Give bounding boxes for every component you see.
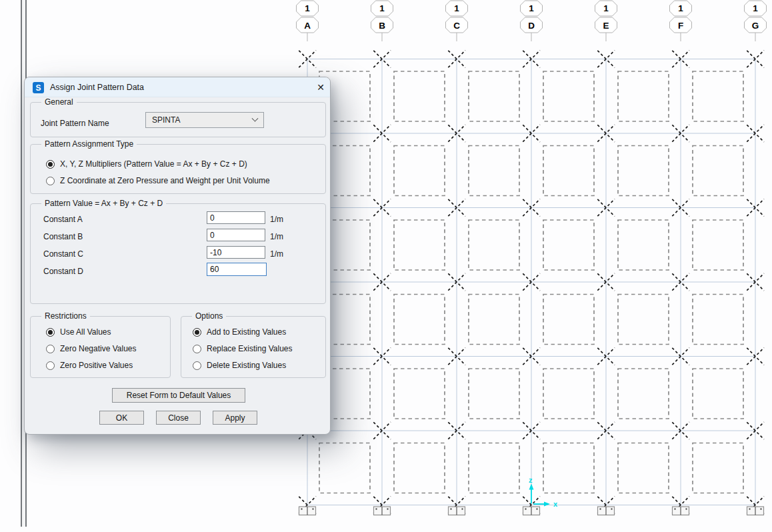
z-axis-label: z <box>529 476 533 484</box>
opening-outline <box>618 146 669 196</box>
constant-c-unit: 1/m <box>270 249 283 259</box>
opening-outline <box>394 220 445 270</box>
opening-outline <box>394 295 445 345</box>
opening-outline <box>618 71 669 121</box>
column-bubble-label: G <box>752 21 759 31</box>
column-bubble-label: B <box>379 21 385 31</box>
level-bubble-label: 1 <box>305 3 310 13</box>
apply-button[interactable]: Apply <box>213 411 257 425</box>
column-bubble-label: F <box>678 21 683 31</box>
level-bubble-label: 1 <box>603 3 609 13</box>
constant-b-input[interactable] <box>207 229 265 241</box>
opening-outline <box>543 71 594 121</box>
opening-outline <box>618 220 669 270</box>
opening-outline <box>543 369 594 419</box>
constant-c-input[interactable] <box>207 246 265 259</box>
radio-add-to-existing[interactable]: Add to Existing Values <box>193 327 286 337</box>
opening-outline <box>693 369 743 419</box>
level-bubble-label: 1 <box>529 3 534 13</box>
support-dot <box>675 509 676 510</box>
constant-b-label: Constant B <box>43 232 83 241</box>
z-axis-arrow <box>529 484 534 490</box>
application-window: 1A1B1C1D1E1F1Gzx S Assign Joint Pattern … <box>0 0 772 532</box>
support-dot <box>537 509 538 510</box>
radio-label: Z Coordinate at Zero Pressure and Weight… <box>60 176 270 185</box>
constant-a-label: Constant A <box>43 215 83 224</box>
ok-button[interactable]: OK <box>99 411 144 425</box>
radio-replace-existing[interactable]: Replace Existing Values <box>193 343 293 354</box>
radio-use-all-values[interactable]: Use All Values <box>46 327 111 337</box>
close-button[interactable]: Close <box>156 411 201 425</box>
opening-outline <box>469 295 519 345</box>
chevron-down-icon <box>252 115 259 121</box>
sap2000-app-icon: S <box>33 82 44 93</box>
reset-form-button[interactable]: Reset Form to Default Values <box>112 388 245 403</box>
close-icon[interactable]: ✕ <box>313 81 328 94</box>
radio-label: Add to Existing Values <box>207 327 286 337</box>
opening-outline <box>319 443 370 493</box>
column-bubble-label: E <box>603 21 609 31</box>
support-dot <box>301 509 303 510</box>
column-bubble-label: D <box>528 21 535 31</box>
support-dot <box>686 509 687 510</box>
opening-outline <box>394 369 445 419</box>
assign-joint-pattern-dialog: S Assign Joint Pattern Data ✕ General Jo… <box>24 77 331 435</box>
opening-outline <box>469 369 519 419</box>
joint-pattern-name-value: SPINTA <box>152 115 180 125</box>
general-group-label: General <box>41 97 77 107</box>
radio-icon[interactable] <box>46 160 55 169</box>
opening-outline <box>469 443 519 493</box>
opening-outline <box>543 295 594 345</box>
constant-b-unit: 1/m <box>270 232 283 241</box>
level-bubble-label: 1 <box>379 3 385 13</box>
constant-d-label: Constant D <box>43 267 83 276</box>
constant-d-input[interactable] <box>207 263 267 276</box>
constant-a-input[interactable] <box>207 211 265 224</box>
radio-label: Zero Positive Values <box>60 361 133 370</box>
x-axis-arrow <box>544 502 550 507</box>
radio-xyz-multipliers[interactable]: X, Y, Z Multipliers (Pattern Value = Ax … <box>46 159 247 169</box>
support-dot <box>387 509 389 510</box>
joint-pattern-name-select[interactable]: SPINTA <box>145 112 264 128</box>
radio-zero-positive-values[interactable]: Zero Positive Values <box>46 360 133 371</box>
support-dot <box>313 509 314 510</box>
x-axis-label: x <box>553 500 558 508</box>
radio-icon[interactable] <box>46 345 55 353</box>
radio-icon[interactable] <box>193 345 201 353</box>
radio-zero-negative-values[interactable]: Zero Negative Values <box>46 343 137 354</box>
support-dot <box>376 509 377 510</box>
support-dot <box>749 509 751 510</box>
opening-outline <box>693 71 743 121</box>
radio-icon[interactable] <box>193 361 201 370</box>
opening-outline <box>618 369 669 419</box>
support-dot <box>462 509 463 510</box>
opening-outline <box>543 220 594 270</box>
radio-icon[interactable] <box>193 328 201 337</box>
radio-delete-existing[interactable]: Delete Existing Values <box>193 360 286 371</box>
dialog-titlebar[interactable]: S Assign Joint Pattern Data ✕ <box>25 77 330 97</box>
support-dot <box>611 509 613 510</box>
opening-outline <box>618 295 669 345</box>
options-group-label: Options <box>192 311 226 321</box>
opening-outline <box>693 146 743 196</box>
opening-outline <box>469 146 519 196</box>
constant-c-label: Constant C <box>43 249 83 259</box>
opening-outline <box>394 71 445 121</box>
radio-icon[interactable] <box>46 177 55 185</box>
joint-pattern-name-label: Joint Pattern Name <box>41 119 109 128</box>
restrictions-group-label: Restrictions <box>41 311 90 321</box>
radio-icon[interactable] <box>46 328 55 337</box>
level-bubble-label: 1 <box>454 3 459 13</box>
opening-outline <box>543 146 594 196</box>
dialog-title: Assign Joint Pattern Data <box>50 77 144 97</box>
support-dot <box>761 509 762 510</box>
radio-icon[interactable] <box>46 361 55 370</box>
column-bubble-label: C <box>453 21 460 31</box>
opening-outline <box>394 443 445 493</box>
opening-outline <box>543 443 594 493</box>
constant-a-unit: 1/m <box>270 215 283 224</box>
radio-label: Use All Values <box>60 327 111 337</box>
pattern-value-group-label: Pattern Value = Ax + By + Cz + D <box>41 199 166 208</box>
radio-z-coordinate[interactable]: Z Coordinate at Zero Pressure and Weight… <box>46 175 270 186</box>
support-dot <box>600 509 601 510</box>
